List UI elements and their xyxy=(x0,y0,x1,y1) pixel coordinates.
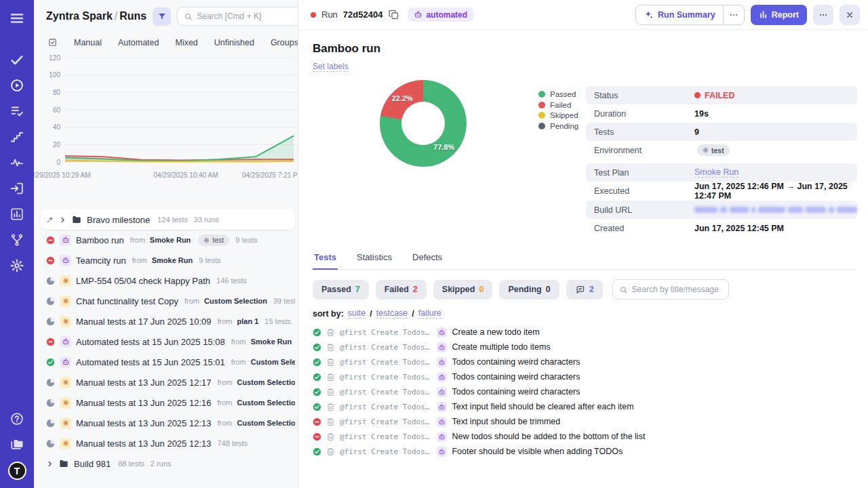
filter-pill-passed[interactable]: Passed7 xyxy=(313,280,369,300)
breadcrumb-project[interactable]: Zyntra Spark xyxy=(46,10,113,22)
robot-icon xyxy=(438,359,446,366)
run-row[interactable]: Bamboo runfromSmoke Runtest9 tests xyxy=(41,230,295,250)
filter-button[interactable] xyxy=(153,7,171,26)
asterisk-icon xyxy=(62,379,69,386)
from-label: from xyxy=(217,399,232,407)
pill-count: 2 xyxy=(413,285,418,294)
nav-milestones-icon[interactable] xyxy=(9,129,24,144)
filter-pill-failed[interactable]: Failed2 xyxy=(376,280,427,300)
set-labels-link[interactable]: Set labels xyxy=(313,62,349,72)
check-circle-icon xyxy=(313,403,321,411)
close-run-button[interactable] xyxy=(840,5,860,25)
minus-circle-icon xyxy=(46,338,55,346)
test-title: Todos containing weird characters xyxy=(452,387,580,396)
tab-tests[interactable]: Tests xyxy=(313,249,338,270)
runs-tab-groups[interactable]: Groups xyxy=(271,38,298,47)
run-row[interactable]: Automated tests at 15 Jun 2025 15:01from… xyxy=(41,352,295,372)
run-row[interactable]: Manual tests at 13 Jun 2025 12:13748 tes… xyxy=(41,433,295,453)
runs-tab-mixed[interactable]: Mixed xyxy=(175,38,197,47)
run-name: Bamboo run xyxy=(76,235,124,245)
check-circle-icon xyxy=(313,447,321,456)
automated-badge[interactable]: automated xyxy=(408,7,473,22)
nav-import-icon[interactable] xyxy=(9,181,24,196)
filter-pill-comments[interactable]: 2 xyxy=(566,280,603,300)
filter-pill-skipped[interactable]: Skipped0 xyxy=(433,280,493,300)
nav-help-icon[interactable] xyxy=(9,411,24,426)
ellipsis-icon xyxy=(729,10,738,20)
runs-group-row[interactable]: Build 98188 tests2 runs xyxy=(41,453,295,474)
run-row[interactable]: Manual tests at 17 Jun 2025 10:09frompla… xyxy=(41,311,295,331)
run-name: LMP-554 05/04 check Happy Path xyxy=(76,276,210,286)
automated-test-icon xyxy=(437,342,447,352)
test-row[interactable]: @first Create Todos…Create a new todo it… xyxy=(313,325,857,340)
more-actions-button[interactable] xyxy=(813,5,833,25)
donut-legend: PassedFailedSkippedPending xyxy=(538,90,578,130)
nav-test-plans-icon[interactable] xyxy=(9,104,24,119)
nav-runs-icon[interactable] xyxy=(9,78,24,93)
app-logo[interactable]: T xyxy=(8,462,26,480)
manual-run-icon xyxy=(60,397,71,409)
select-all-icon[interactable] xyxy=(47,37,58,47)
tests-search-input[interactable] xyxy=(632,285,722,294)
sort-by-testcase[interactable]: testcase xyxy=(376,308,408,319)
runs-tab-automated[interactable]: Automated xyxy=(118,38,159,47)
run-row[interactable]: Automated tests at 15 Jun 2025 15:08from… xyxy=(41,331,295,352)
from-label: from xyxy=(184,297,199,305)
test-row[interactable]: @first Create Todos…Footer should be vis… xyxy=(313,444,857,459)
test-row[interactable]: @first Create Todos…Todos containing wei… xyxy=(313,369,857,384)
run-row[interactable]: Teamcity runfromSmoke Run9 tests xyxy=(41,250,295,270)
check-circle-icon xyxy=(313,388,321,396)
chevron-right-icon[interactable] xyxy=(59,216,66,224)
runs-list: Bravo milestone124 tests33 runsBamboo ru… xyxy=(34,209,298,488)
nav-settings-icon[interactable] xyxy=(9,258,24,273)
run-row[interactable]: Chat functinality test CopyfromCustom Se… xyxy=(41,291,295,311)
detail-row: ExecutedJun 17, 2025 12:46 PM → Jun 17, … xyxy=(586,182,857,201)
nav-reports-icon[interactable] xyxy=(9,207,24,222)
test-row[interactable]: @first Create Todos…New todos should be … xyxy=(313,429,857,444)
run-id: 72d52404 xyxy=(343,9,383,20)
nav-integrations-icon[interactable] xyxy=(9,232,24,247)
run-tests-count: 9 tests xyxy=(235,236,257,244)
donut-percent-label: 22.2% xyxy=(392,94,413,102)
run-row[interactable]: LMP-554 05/04 check Happy Path146 tests xyxy=(41,270,295,291)
sort-by-suite[interactable]: suite xyxy=(348,308,366,319)
tab-defects[interactable]: Defects xyxy=(411,249,443,269)
nav-analytics-icon[interactable] xyxy=(9,155,24,170)
runs-group-row[interactable]: Bravo milestone124 tests33 runs xyxy=(41,209,295,230)
asterisk-icon xyxy=(62,399,69,406)
test-plan-link[interactable]: Smoke Run xyxy=(694,167,738,178)
test-suite-path: @first Create Todos… xyxy=(340,388,429,396)
test-row[interactable]: @first Create Todos…Todos containing wei… xyxy=(313,384,857,399)
test-row[interactable]: @first Create Todos…Todos containing wei… xyxy=(313,354,857,369)
legend-dot xyxy=(538,123,545,129)
sort-by-failure[interactable]: failure xyxy=(418,308,441,319)
report-button[interactable]: Report xyxy=(751,5,807,25)
pill-label: Pending xyxy=(508,285,541,294)
nav-projects-icon[interactable] xyxy=(9,436,24,451)
runs-tab-manual[interactable]: Manual xyxy=(74,38,102,47)
test-suite-path: @first Create Todos… xyxy=(340,447,429,456)
test-row[interactable]: @first Create Todos…Text input should be… xyxy=(313,414,857,429)
gear-small-icon xyxy=(203,237,210,243)
copy-icon[interactable] xyxy=(388,9,399,20)
run-row[interactable]: Manual tests at 13 Jun 2025 12:17fromCus… xyxy=(41,372,295,392)
run-tests-count: 748 tests xyxy=(217,439,248,447)
run-status-dot xyxy=(311,12,316,18)
minus-circle-icon xyxy=(313,432,321,441)
masked-build-url[interactable] xyxy=(694,207,857,213)
test-row[interactable]: @first Create Todos…Text input field sho… xyxy=(313,399,857,414)
tab-statistics[interactable]: Statistics xyxy=(355,249,393,269)
runs-tab-unfinished[interactable]: Unfinished xyxy=(214,38,254,47)
run-row[interactable]: Manual tests at 13 Jun 2025 12:16fromCus… xyxy=(41,392,295,413)
run-row[interactable]: Manual tests at 13 Jun 2025 12:13fromCus… xyxy=(41,413,295,433)
nav-menu-icon[interactable] xyxy=(9,10,25,26)
run-summary-button[interactable]: Run Summary xyxy=(636,5,723,24)
filter-pill-pending[interactable]: Pending0 xyxy=(499,280,559,300)
search-input[interactable] xyxy=(197,12,298,21)
run-summary-more-button[interactable] xyxy=(723,5,744,24)
from-label: from xyxy=(231,358,246,366)
test-row[interactable]: @first Create Todos…Create multiple todo… xyxy=(313,340,857,354)
chevron-right-icon[interactable] xyxy=(46,460,54,468)
nav-tests-icon[interactable] xyxy=(9,52,24,67)
pill-label: Passed xyxy=(321,285,351,294)
